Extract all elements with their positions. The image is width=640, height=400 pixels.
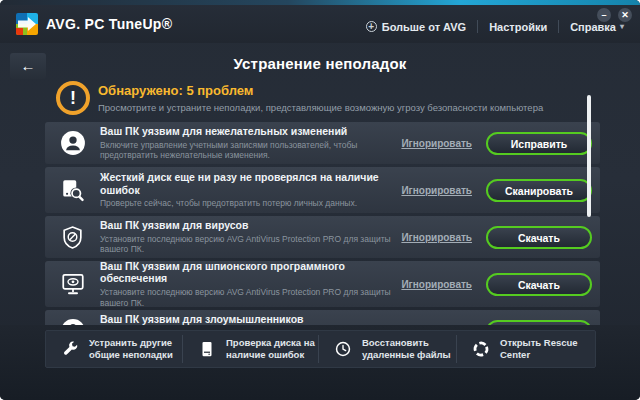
problem-row: Ваш ПК уязвим для вирусов Установите пос…	[45, 216, 600, 258]
problem-text: Ваш ПК уязвим для вирусов Установите пос…	[100, 219, 400, 255]
menu-settings[interactable]: Настройки	[489, 21, 547, 33]
problem-title: Жесткий диск еще ни разу не проверялся н…	[100, 171, 400, 196]
problem-row: Жесткий диск еще ни разу не проверялся н…	[45, 167, 600, 213]
disk-icon	[197, 340, 217, 358]
avg-logo-icon	[16, 13, 38, 35]
menu-more-from-avg[interactable]: + Больше от AVG	[366, 21, 466, 33]
shield-icon	[45, 225, 100, 250]
ignore-link[interactable]: Игнорировать	[401, 232, 472, 243]
warning-icon: !	[56, 81, 90, 115]
plus-circle-icon: +	[366, 21, 377, 32]
footer-item-label: Открыть Rescue Center	[500, 337, 592, 361]
menu-help-label: Справка	[570, 21, 616, 33]
alert-subtext: Просмотрите и устраните неполадки, предс…	[98, 102, 543, 113]
ignore-link[interactable]: Игнорировать	[401, 138, 472, 149]
menu-help[interactable]: Справка ▾	[570, 21, 624, 33]
titlebar-menu: + Больше от AVG Настройки Справка ▾	[366, 20, 624, 33]
problem-title: Ваш ПК уязвим для нежелательных изменени…	[100, 125, 400, 138]
chevron-down-icon: ▾	[620, 22, 624, 31]
app-window: AVG. PC TuneUp® + Больше от AVG Настройк…	[0, 0, 640, 400]
problem-desc: Установите последнюю версию AVG AntiViru…	[100, 234, 400, 255]
menu-more-from-avg-label: Больше от AVG	[382, 21, 466, 33]
problem-desc: Проверьте сейчас, чтобы предотвратить по…	[100, 198, 400, 209]
footer-item-rescue-center[interactable]: Открыть Rescue Center	[456, 335, 594, 363]
lifebuoy-icon	[471, 340, 491, 358]
footer-item-fix-other[interactable]: Устранить другие общие неполадки	[46, 335, 182, 363]
wrench-icon	[60, 340, 80, 358]
page-title: Устранение неполадок	[0, 55, 640, 72]
problem-row: Ваш ПК уязвим для нежелательных изменени…	[45, 122, 600, 164]
alert-heading: Обнаружено: 5 проблем	[98, 83, 253, 98]
problem-row: Ваш ПК уязвим для шпионского программног…	[45, 261, 600, 307]
spyware-monitor-icon	[45, 271, 100, 297]
menu-divider	[477, 20, 478, 33]
footer-toolbar: Устранить другие общие неполадки Проверк…	[45, 330, 596, 368]
footer-item-label: Устранить другие общие неполадки	[89, 337, 181, 361]
scan-button[interactable]: Сканировать	[486, 179, 592, 202]
minimize-button[interactable]: –	[597, 8, 611, 22]
problem-desc: Включите управление учетными записями по…	[100, 140, 400, 161]
footer-item-label: Восстановить удаленные файлы	[362, 337, 454, 361]
app-title: AVG. PC TuneUp®	[46, 16, 172, 32]
footer-area: Устранить другие общие неполадки Проверк…	[0, 325, 640, 400]
intruder-icon	[45, 318, 100, 325]
menu-divider	[558, 20, 559, 33]
fix-button[interactable]: Исправить	[486, 132, 592, 155]
titlebar: AVG. PC TuneUp® + Больше от AVG Настройк…	[0, 5, 640, 43]
ignore-link[interactable]: Игнорировать	[401, 185, 472, 196]
footer-item-restore-files[interactable]: Восстановить удаленные файлы	[318, 335, 456, 363]
problem-text: Жесткий диск еще ни разу не проверялся н…	[100, 171, 400, 209]
footer-item-label: Проверка диска на наличие ошибок	[226, 337, 318, 361]
problem-row: Ваш ПК уязвим для злоумышленников Устано…	[45, 310, 600, 325]
history-icon	[333, 340, 353, 358]
problem-title: Ваш ПК уязвим для шпионского программног…	[100, 260, 400, 285]
alert-section: ! Обнаружено: 5 проблем Просмотрите и ус…	[0, 80, 640, 122]
download-button[interactable]: Скачать	[486, 226, 592, 249]
main-content: ! Обнаружено: 5 проблем Просмотрите и ус…	[0, 80, 640, 325]
disk-scan-icon	[45, 177, 100, 203]
problem-title: Ваш ПК уязвим для злоумышленников	[100, 313, 400, 325]
problem-desc: Установите последнюю версию AVG AntiViru…	[100, 287, 400, 308]
problem-title: Ваш ПК уязвим для вирусов	[100, 219, 400, 232]
problem-text: Ваш ПК уязвим для шпионского программног…	[100, 260, 400, 308]
download-button[interactable]: Скачать	[486, 273, 592, 296]
problem-text: Ваш ПК уязвим для нежелательных изменени…	[100, 125, 400, 161]
ignore-link[interactable]: Игнорировать	[401, 279, 472, 290]
user-icon	[45, 130, 100, 156]
scrollbar-thumb[interactable]	[587, 95, 591, 217]
menu-settings-label: Настройки	[489, 21, 547, 33]
footer-item-disk-check[interactable]: Проверка диска на наличие ошибок	[182, 335, 318, 363]
close-button[interactable]: ✕	[618, 8, 632, 22]
problems-list: Ваш ПК уязвим для нежелательных изменени…	[45, 122, 600, 325]
problem-text: Ваш ПК уязвим для злоумышленников Устано…	[100, 313, 400, 325]
